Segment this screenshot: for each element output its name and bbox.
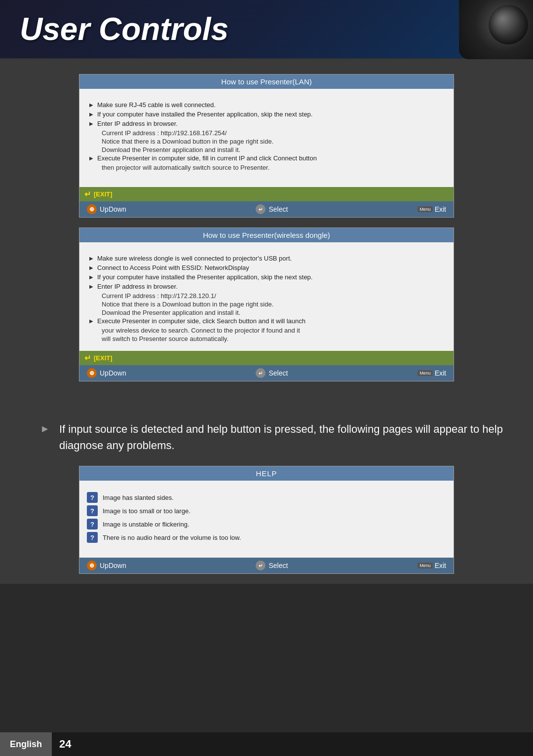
updown-icon: ⊕ xyxy=(87,204,97,214)
footer-language: English xyxy=(0,732,52,756)
list-item: ▶ Execute Presenter in computer side, cl… xyxy=(89,317,444,325)
list-item: ? Image has slanted sides. xyxy=(87,492,446,503)
help-body: ? Image has slanted sides. ? Image is to… xyxy=(79,481,454,558)
list-item-sub: then projector will automatically switch… xyxy=(102,164,444,171)
arrow-icon: ▶ xyxy=(89,274,93,280)
panel-wireless-body: ▶ Make sure wireless dongle is well conn… xyxy=(79,242,454,351)
panel-lan-header: How to use Presenter(LAN) xyxy=(79,75,454,89)
list-item-sub: Download the Presenter application and i… xyxy=(102,309,444,316)
menu-badge: Menu xyxy=(418,563,433,568)
list-item: ▶ Connect to Access Point with ESSID: Ne… xyxy=(89,264,444,271)
page-title: User Controls xyxy=(20,11,228,47)
help-header: HELP xyxy=(79,466,454,481)
updown-icon: ⊕ xyxy=(87,561,97,570)
main-content: How to use Presenter(LAN) ▶ Make sure RJ… xyxy=(0,59,533,406)
panel-lan-body: ▶ Make sure RJ-45 cable is well connecte… xyxy=(79,89,454,187)
header: User Controls xyxy=(0,0,533,59)
panel-wireless-header: How to use Presenter(wireless dongle) xyxy=(79,228,454,242)
exit-bar: ↵ [EXIT] xyxy=(79,351,454,365)
list-item: ▶ Execute Presenter in computer side, fi… xyxy=(89,154,444,162)
arrow-icon: ▶ xyxy=(89,318,93,324)
nav-exit: Menu Exit xyxy=(418,369,446,377)
nav-select: ↵ Select xyxy=(256,561,288,570)
arrow-icon: ▶ xyxy=(89,284,93,289)
list-item-sub: Download the Presenter application and i… xyxy=(102,146,444,153)
question-icon: ? xyxy=(87,519,98,529)
list-item: ▶ Enter IP address in browser. xyxy=(89,283,444,290)
question-icon: ? xyxy=(87,492,98,503)
nav-exit: Menu Exit xyxy=(418,205,446,213)
nav-exit: Menu Exit xyxy=(418,562,446,569)
arrow-icon: ▶ xyxy=(89,265,93,270)
help-nav-bar: ⊕ UpDown ↵ Select Menu Exit xyxy=(79,558,454,573)
list-item-sub: Notice that there is a Download button i… xyxy=(102,301,444,308)
list-item-sub: Notice that there is a Download button i… xyxy=(102,138,444,145)
select-icon: ↵ xyxy=(256,204,266,214)
list-item: ▶ Make sure wireless dongle is well conn… xyxy=(89,255,444,262)
nav-select: ↵ Select xyxy=(256,204,288,214)
question-icon: ? xyxy=(87,505,98,516)
nav-bar: ⊕ UpDown ↵ Select Menu Exit xyxy=(79,201,454,217)
lens-decoration xyxy=(459,0,533,59)
list-item: ? Image is too small or too large. xyxy=(87,505,446,516)
info-text: If input source is detected and help but… xyxy=(30,421,503,454)
exit-label: [EXIT] xyxy=(94,190,113,198)
exit-icon: ↵ xyxy=(84,353,91,363)
arrow-icon: ▶ xyxy=(89,112,93,117)
select-icon: ↵ xyxy=(256,368,266,378)
list-item: ? There is no audio heard or the volume … xyxy=(87,532,446,543)
list-item: ? Image is unstable or flickering. xyxy=(87,519,446,529)
exit-label: [EXIT] xyxy=(94,354,113,362)
menu-badge: Menu xyxy=(418,370,433,376)
panel-lan: How to use Presenter(LAN) ▶ Make sure RJ… xyxy=(79,74,454,218)
nav-select: ↵ Select xyxy=(256,368,288,378)
list-item-sub: will switch to Presenter source automati… xyxy=(102,335,444,342)
nav-updown: ⊕ UpDown xyxy=(87,204,126,214)
list-item: ▶ Make sure RJ-45 cable is well connecte… xyxy=(89,101,444,109)
panel-wireless: How to use Presenter(wireless dongle) ▶ … xyxy=(79,227,454,381)
select-icon: ↵ xyxy=(256,561,266,570)
nav-updown: ⊕ UpDown xyxy=(87,368,126,378)
list-item-sub: Current IP address : http://172.28.120.1… xyxy=(102,292,444,300)
list-item: ▶ If your computer have installed the Pr… xyxy=(89,111,444,118)
exit-icon: ↵ xyxy=(84,189,91,199)
question-icon: ? xyxy=(87,532,98,543)
footer-page-number: 24 xyxy=(59,738,71,751)
list-item-sub: your wireless device to search. Connect … xyxy=(102,327,444,334)
arrow-icon: ▶ xyxy=(89,256,93,261)
arrow-icon: ▶ xyxy=(89,102,93,108)
updown-icon: ⊕ xyxy=(87,368,97,378)
list-item-sub: Current IP address : http://192.168.167.… xyxy=(102,129,444,137)
nav-updown: ⊕ UpDown xyxy=(87,561,126,570)
footer: English 24 xyxy=(0,732,533,756)
exit-bar: ↵ [EXIT] xyxy=(79,187,454,201)
arrow-icon: ▶ xyxy=(89,121,93,126)
help-panel: HELP ? Image has slanted sides. ? Image … xyxy=(79,466,454,574)
list-item: ▶ If your computer have installed the Pr… xyxy=(89,273,444,281)
list-item: ▶ Enter IP address in browser. xyxy=(89,120,444,127)
middle-section: If input source is detected and help but… xyxy=(0,406,533,584)
arrow-icon: ▶ xyxy=(89,155,93,161)
menu-badge: Menu xyxy=(418,206,433,212)
nav-bar: ⊕ UpDown ↵ Select Menu Exit xyxy=(79,365,454,381)
